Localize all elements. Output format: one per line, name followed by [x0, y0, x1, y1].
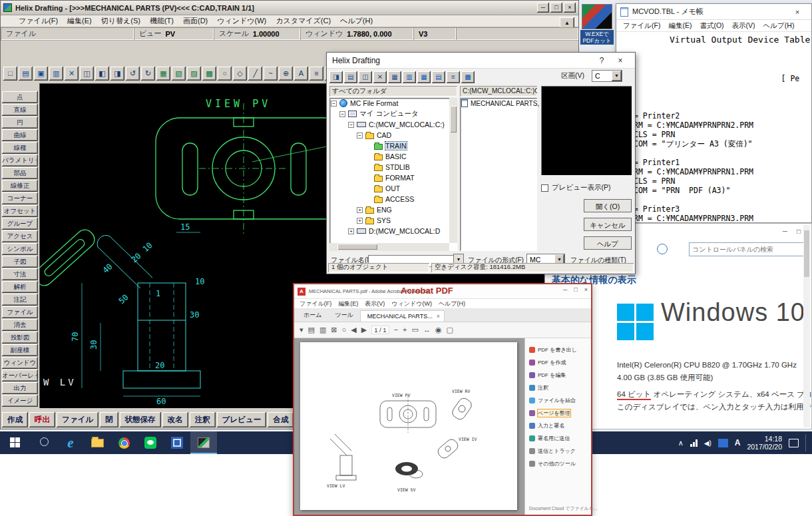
function-button[interactable]: プレビュー [217, 412, 267, 427]
tree-item[interactable]: −C:(MCW_MCLOCAL:C:) [329, 119, 457, 130]
taskbar-item-helix-active[interactable] [190, 431, 217, 454]
menu-item[interactable]: ファイル(F) [296, 300, 335, 308]
dialog-toolbar-icon[interactable]: ≡ [447, 71, 460, 83]
toolbar-icon[interactable]: □ [3, 67, 17, 81]
tool-panel-item[interactable]: ファイルを結合 [525, 394, 591, 407]
toolbar-icon[interactable]: ↔ [423, 326, 431, 334]
tree-item[interactable]: FORMAT [329, 172, 457, 183]
toolbar-icon[interactable]: ▨ [187, 67, 201, 81]
dialog-toolbar-icon[interactable]: ◨ [329, 71, 343, 83]
document-tab[interactable]: MECHANICAL PARTS... × [360, 310, 445, 322]
page-indicator[interactable]: 1 / 1 [371, 326, 389, 334]
tool-panel-item[interactable]: その他のツール [525, 457, 591, 470]
toolbar-icon[interactable]: ↻ [141, 67, 155, 81]
expander-icon[interactable]: + [357, 207, 363, 213]
expander-icon[interactable]: − [357, 132, 363, 138]
function-button[interactable]: 状態保存 [120, 412, 161, 427]
start-button[interactable] [0, 431, 31, 454]
notepad-titlebar[interactable]: MCVOD.TBL - メモ帳 × [616, 4, 811, 20]
tab-tools[interactable]: ツール [328, 309, 359, 322]
taskbar-item-line[interactable] [137, 431, 164, 454]
menu-item[interactable]: ファイル(F) [14, 16, 63, 26]
taskbar-item-app[interactable] [164, 431, 190, 454]
menu-item[interactable]: 機能(T) [145, 16, 178, 26]
toolbar-icon[interactable]: ╱ [248, 67, 262, 81]
toolbar-icon[interactable]: ◉ [435, 326, 442, 334]
function-button[interactable]: 改名 [162, 412, 188, 427]
expander-icon[interactable] [365, 164, 371, 170]
toolbar-icon[interactable]: ▢ [447, 326, 453, 334]
tree-item[interactable]: STDLIB [329, 162, 457, 172]
tool-panel-item[interactable]: 署名用に送信 [525, 432, 591, 445]
expander-icon[interactable]: − [339, 111, 345, 117]
sidebar-tool-button[interactable]: グループ [2, 218, 38, 230]
control-panel-search-input[interactable] [689, 242, 806, 256]
sidebar-tool-button[interactable]: 投影図 [2, 332, 38, 344]
sidebar-tool-button[interactable]: 曲線 [2, 129, 38, 141]
window-coord-cell[interactable]: ウィンドウ1.7880, 0.000 [300, 27, 413, 40]
refresh-icon[interactable] [657, 244, 668, 254]
function-button[interactable]: 作成 [2, 412, 28, 427]
menu-item[interactable]: 画面(D) [178, 16, 212, 26]
chevron-down-icon[interactable]: ▼ [612, 71, 622, 81]
partition-combo[interactable]: C ▼ [592, 70, 622, 82]
pdf-page[interactable]: VIEW PV VIEW RV VIEW IV VIEW LV VIEW SV [300, 342, 517, 510]
help-button[interactable]: ? [592, 54, 611, 67]
tree-item[interactable]: +ENG [329, 204, 457, 215]
maximize-button[interactable]: □ [574, 286, 577, 293]
sidebar-tool-button[interactable]: オーバーレイ [2, 370, 38, 382]
dialog-toolbar-icon[interactable]: ▥ [403, 71, 416, 83]
close-button[interactable]: × [787, 5, 807, 19]
toolbar-icon[interactable]: ◧ [95, 67, 109, 81]
toolbar-icon[interactable]: ⊠ [331, 326, 337, 334]
tool-panel-item[interactable]: PDF を書き出し [525, 344, 591, 356]
toolbar-icon[interactable]: ~ [264, 67, 278, 81]
menu-item[interactable]: ヘルプ(H) [335, 16, 377, 26]
toolbar-icon[interactable]: A [294, 67, 308, 81]
dialog-toolbar-icon[interactable]: ▤ [432, 71, 445, 83]
horizontal-scrollbar[interactable] [329, 243, 449, 251]
toolbar-icon[interactable]: ▤ [308, 326, 315, 334]
tree-item[interactable]: OUT [329, 183, 457, 194]
toolbar-icon[interactable]: ○ [218, 67, 232, 81]
sidebar-tool-button[interactable]: 直線 [2, 104, 38, 116]
sidebar-tool-button[interactable]: 線修正 [2, 180, 38, 192]
tree-item[interactable]: ACCESS [329, 194, 457, 204]
toolbar-icon[interactable]: ✕ [65, 67, 79, 81]
checkbox-icon[interactable] [541, 184, 548, 192]
close-button[interactable]: × [584, 286, 588, 293]
sidebar-tool-button[interactable]: 解析 [2, 281, 38, 293]
sidebar-tool-button[interactable]: 出力 [2, 382, 38, 394]
toolbar-icon[interactable]: ▾ [300, 326, 304, 334]
menu-item[interactable]: ウィンドウ(W) [388, 300, 435, 308]
tab-close-icon[interactable]: × [437, 313, 440, 320]
vertical-scrollbar[interactable] [449, 98, 457, 243]
menu-item[interactable]: 編集(E) [335, 300, 361, 308]
tree-item[interactable]: −マイ コンピュータ [329, 109, 457, 119]
dialog-toolbar-icon[interactable]: ◫ [359, 71, 372, 83]
dialog-toolbar-icon[interactable]: ✕ [373, 71, 387, 83]
menu-item[interactable]: ウィンドウ(W) [212, 16, 271, 26]
toolbar-icon[interactable]: ▩ [202, 67, 216, 81]
action-center-icon[interactable] [789, 439, 799, 447]
document-cloud-footer[interactable]: Document Cloud でファイルを... [529, 505, 598, 512]
menu-item[interactable]: 編集(E) [664, 21, 696, 31]
file-cell[interactable]: ファイル [1, 27, 134, 40]
tree-item[interactable]: −CAD [329, 130, 457, 140]
function-button[interactable]: 閉 [100, 412, 118, 427]
menu-item[interactable]: ファイル(F) [619, 21, 664, 31]
toolbar-icon[interactable]: ○ [342, 326, 347, 334]
tool-panel-item[interactable]: PDF を作成 [525, 356, 591, 369]
sidebar-tool-button[interactable]: 部品 [2, 167, 38, 179]
menu-item[interactable]: 書式(O) [696, 21, 727, 31]
maximize-button[interactable]: □ [797, 228, 801, 235]
scale-cell[interactable]: スケール1.00000 [214, 27, 300, 40]
cortana-search-button[interactable] [31, 437, 57, 449]
acrobat-titlebar[interactable]: A MECHANICAL PARTS.pdf - Adobe Acrobat R… [294, 284, 591, 299]
expander-icon[interactable]: − [331, 101, 337, 107]
toolbar-icon[interactable]: ▶ [361, 326, 367, 334]
function-button[interactable]: ファイル [57, 412, 99, 427]
tree-item-selected[interactable]: TRAIN [329, 140, 457, 151]
minimize-button[interactable]: ─ [563, 286, 567, 293]
sidebar-tool-button[interactable]: シンボル [2, 243, 38, 255]
